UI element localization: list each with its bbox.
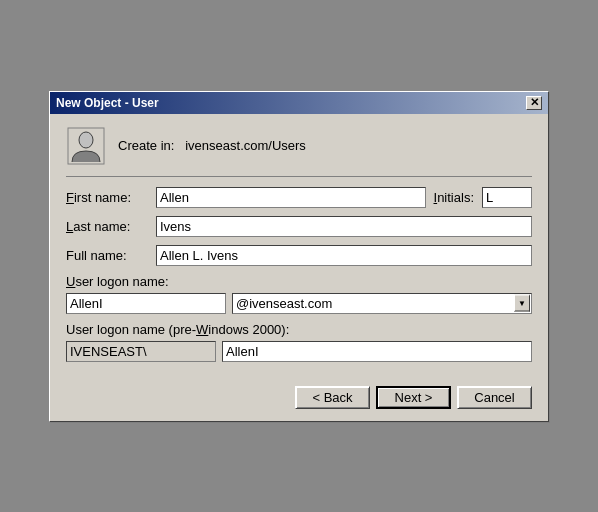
initials-section: Initials:	[434, 187, 532, 208]
last-name-label: Last name:	[66, 219, 156, 234]
create-in-path: ivenseast.com/Users	[185, 138, 306, 153]
logon-name-section-label: User logon name:	[66, 274, 532, 289]
new-object-user-dialog: New Object - User ✕ Create in: ivenseast…	[49, 91, 549, 422]
domain-select[interactable]: @ivenseast.com	[232, 293, 532, 314]
first-name-label: First name:	[66, 190, 156, 205]
create-in-text: Create in: ivenseast.com/Users	[118, 138, 306, 153]
pre2000-domain-input	[66, 341, 216, 362]
dialog-title: New Object - User	[56, 96, 159, 110]
logon-name-input[interactable]	[66, 293, 226, 314]
domain-select-wrapper: @ivenseast.com ▼	[232, 293, 532, 314]
last-name-row: Last name:	[66, 216, 532, 237]
dialog-body: Create in: ivenseast.com/Users First nam…	[50, 114, 548, 421]
full-name-label: Full name:	[66, 248, 156, 263]
first-name-row: First name: Initials:	[66, 187, 532, 208]
user-icon	[66, 126, 106, 166]
pre2000-section-label: User logon name (pre-Windows 2000):	[66, 322, 532, 337]
pre2000-row	[66, 341, 532, 362]
last-name-input[interactable]	[156, 216, 532, 237]
svg-point-1	[79, 132, 93, 148]
full-name-row: Full name:	[66, 245, 532, 266]
create-in-label: Create in:	[118, 138, 174, 153]
initials-input[interactable]	[482, 187, 532, 208]
next-button[interactable]: Next >	[376, 386, 451, 409]
first-name-input[interactable]	[156, 187, 426, 208]
initials-label: Initials:	[434, 190, 474, 205]
back-button[interactable]: < Back	[295, 386, 370, 409]
full-name-input[interactable]	[156, 245, 532, 266]
header-section: Create in: ivenseast.com/Users	[66, 126, 532, 177]
button-row: < Back Next > Cancel	[66, 378, 532, 409]
cancel-button[interactable]: Cancel	[457, 386, 532, 409]
close-button[interactable]: ✕	[526, 96, 542, 110]
form-section: First name: Initials: Last name: Full na…	[66, 187, 532, 362]
pre2000-logon-input[interactable]	[222, 341, 532, 362]
logon-name-row: @ivenseast.com ▼	[66, 293, 532, 314]
title-bar: New Object - User ✕	[50, 92, 548, 114]
